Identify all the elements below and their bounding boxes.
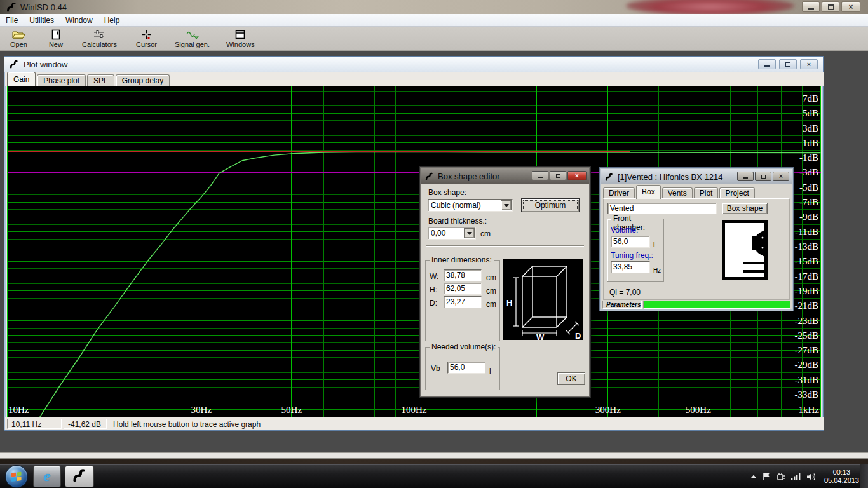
taskbar: e 00:13 05.04.2013	[0, 464, 868, 488]
svg-text:-23dB: -23dB	[795, 316, 819, 326]
winisd-icon	[10, 60, 18, 69]
plot-window-titlebar[interactable]: Plot window ×	[4, 57, 823, 72]
board-thickness-label: Board thickness.:	[428, 217, 487, 226]
tuning-freq-field[interactable]: 33,85	[611, 261, 650, 273]
needed-volumes-group: Needed volume(s): Vb 56,0 l	[425, 347, 500, 390]
plot-close-button[interactable]: ×	[800, 59, 818, 69]
chevron-down-icon[interactable]	[501, 200, 512, 210]
tuning-freq-label: Tuning freq.:	[611, 251, 653, 260]
cursor-button[interactable]: Cursor	[132, 28, 161, 50]
tab-spl[interactable]: SPL	[87, 74, 114, 86]
box-editor-maximize-button[interactable]	[550, 171, 566, 180]
vb-field[interactable]: 56,0	[447, 362, 485, 374]
tab-project[interactable]: Project	[719, 187, 754, 199]
box-editor-minimize-button[interactable]	[532, 171, 548, 180]
svg-text:-19dB: -19dB	[795, 286, 819, 296]
new-document-icon	[51, 29, 60, 40]
svg-text:-7dB: -7dB	[799, 197, 818, 207]
menu-help[interactable]: Help	[98, 15, 126, 26]
menu-bar: File Utilities Window Help	[0, 14, 868, 27]
tab-group-delay[interactable]: Group delay	[116, 74, 170, 86]
menu-window[interactable]: Window	[60, 15, 98, 26]
diagram-h-label: H	[506, 298, 512, 308]
depth-label: D:	[430, 299, 437, 308]
vented-restore-button[interactable]	[755, 172, 771, 181]
box-shape-label: Box shape:	[428, 188, 466, 197]
plot-window-title: Plot window	[24, 60, 67, 69]
main-window-bottom-frame	[0, 452, 868, 459]
volume-icon[interactable]	[806, 473, 816, 481]
tab-phase-plot[interactable]: Phase plot	[37, 74, 86, 86]
svg-text:300Hz: 300Hz	[595, 405, 621, 415]
show-desktop-button[interactable]	[860, 464, 868, 488]
volume-label: Volume:	[611, 226, 638, 234]
svg-text:-25dB: -25dB	[795, 330, 819, 341]
winisd-taskbar-button[interactable]	[65, 466, 94, 487]
vented-titlebar[interactable]: [1]Vented : Hifonics BX 1214 ×	[601, 169, 792, 184]
vented-box-tab-content: Vented Box shape Front chamber: Volume: …	[603, 198, 790, 300]
box-shape-button[interactable]: Box shape	[722, 203, 768, 214]
ql-value: Ql = 7,00	[609, 288, 641, 297]
tray-expand-icon[interactable]	[750, 474, 757, 479]
cursor-icon	[141, 29, 152, 40]
vented-window-title: [1]Vented : Hifonics BX 1214	[618, 172, 723, 182]
svg-text:-29dB: -29dB	[795, 360, 819, 370]
svg-text:1kHz: 1kHz	[799, 405, 820, 415]
menu-utilities[interactable]: Utilities	[24, 15, 60, 26]
chevron-down-icon[interactable]	[464, 228, 475, 238]
close-button[interactable]: ×	[841, 1, 860, 12]
winisd-icon	[72, 468, 86, 484]
vented-minimize-button[interactable]	[737, 172, 754, 181]
remove-hardware-icon[interactable]	[776, 472, 785, 481]
height-field[interactable]: 62,05	[444, 283, 482, 295]
network-signal-icon[interactable]	[791, 473, 801, 480]
vented-close-button[interactable]: ×	[773, 172, 789, 181]
volume-field[interactable]: 56,0	[611, 236, 650, 248]
board-thickness-select[interactable]: 0,00	[428, 227, 476, 240]
svg-text:1dB: 1dB	[803, 138, 818, 148]
windows-icon	[235, 29, 245, 40]
tab-driver[interactable]: Driver	[603, 187, 635, 199]
svg-text:-21dB: -21dB	[795, 301, 819, 311]
open-button[interactable]: Open	[6, 28, 31, 50]
ok-button[interactable]: OK	[557, 372, 585, 385]
parameters-progressbar	[643, 301, 790, 309]
vented-project-window: [1]Vented : Hifonics BX 1214 × Driver Bo…	[599, 167, 794, 311]
tab-plot[interactable]: Plot	[694, 187, 719, 199]
board-thickness-unit: cm	[480, 229, 491, 238]
tab-vents[interactable]: Vents	[662, 187, 693, 199]
cursor-level-readout: -41,62 dB	[64, 419, 107, 429]
tab-gain[interactable]: Gain	[7, 72, 36, 86]
tab-box[interactable]: Box	[636, 185, 661, 199]
box-type-field[interactable]: Vented	[607, 203, 717, 214]
minimize-button[interactable]	[802, 1, 820, 12]
plot-restore-button[interactable]	[779, 59, 797, 69]
depth-field[interactable]: 23,27	[444, 296, 482, 308]
desktop-photo-strip	[0, 459, 868, 464]
maximize-button[interactable]	[822, 1, 839, 12]
windows-button[interactable]: Windows	[222, 28, 259, 50]
svg-text:5dB: 5dB	[803, 108, 818, 118]
menu-file[interactable]: File	[0, 15, 24, 26]
svg-text:-15dB: -15dB	[795, 256, 819, 266]
svg-text:50Hz: 50Hz	[281, 405, 302, 415]
optimum-button[interactable]: Optimum	[521, 198, 580, 212]
plot-statusbar: 10,11 Hz -41,62 dB Hold left mouse butto…	[5, 417, 824, 430]
signal-gen-button[interactable]: Signal gen.	[171, 28, 214, 50]
svg-text:100Hz: 100Hz	[402, 405, 427, 415]
plot-minimize-button[interactable]	[758, 59, 776, 69]
width-field[interactable]: 38,78	[444, 269, 482, 281]
new-button[interactable]: New	[45, 28, 67, 50]
clock-time: 00:13	[824, 468, 859, 477]
start-button[interactable]	[5, 465, 28, 488]
calculators-button[interactable]: Calculators	[78, 28, 121, 50]
box-shape-select[interactable]: Cubic (normal)	[428, 199, 513, 212]
action-center-flag-icon[interactable]	[763, 472, 771, 481]
box-editor-titlebar[interactable]: Box shape editor ×	[421, 168, 589, 184]
internet-explorer-taskbar-button[interactable]: e	[33, 466, 61, 487]
svg-text:7dB: 7dB	[803, 93, 818, 104]
svg-text:-13dB: -13dB	[795, 241, 819, 252]
clock[interactable]: 00:13 05.04.2013	[824, 468, 859, 485]
box-editor-close-button[interactable]: ×	[567, 171, 587, 180]
svg-text:30Hz: 30Hz	[191, 405, 212, 415]
